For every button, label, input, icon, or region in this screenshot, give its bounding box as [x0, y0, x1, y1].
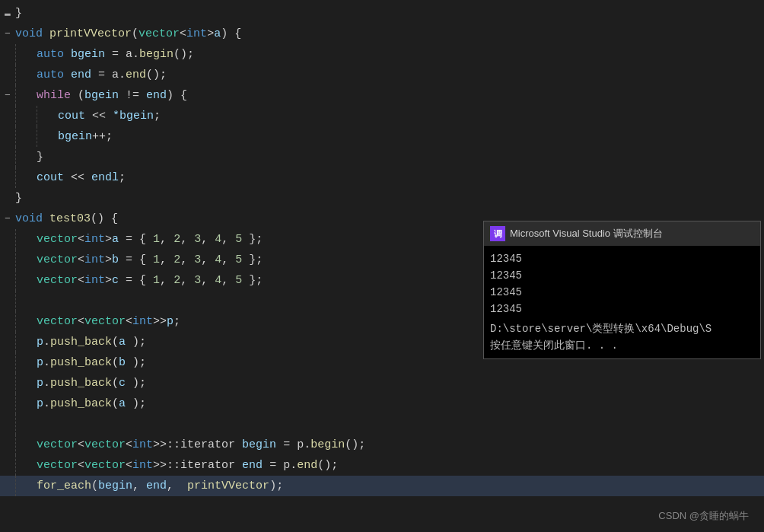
indent-guides [15, 455, 37, 476]
code-text: p.push_back(a ); [37, 393, 146, 414]
indent-guides [15, 85, 37, 106]
code-text: p.push_back(b ); [37, 352, 146, 373]
indent-guides [15, 311, 37, 332]
code-line: vector<vector<int>>::iterator begin = p.… [0, 435, 764, 455]
code-text: bgein++; [58, 126, 113, 147]
indent-guide [15, 126, 37, 147]
indent-guide [15, 332, 37, 352]
fold-gutter: − [0, 209, 15, 230]
indent-guide [15, 476, 37, 496]
code-text: void test03() { [15, 209, 118, 229]
output-line-2: 12345 [490, 267, 754, 284]
indent-guide [15, 270, 37, 291]
code-line: ▬} [0, 3, 764, 24]
fold-gutter: ▬ [0, 3, 15, 24]
indent-guide [15, 85, 37, 106]
code-line: −void printVVector(vector<int>a) { [0, 24, 764, 44]
output-line-3: 12345 [490, 284, 754, 301]
code-line: bgein++; [0, 126, 764, 147]
indent-guide [15, 291, 37, 311]
indent-guides [15, 332, 37, 352]
code-text: vector<int>b = { 1, 2, 3, 4, 5 }; [37, 250, 263, 270]
indent-guides [15, 229, 37, 250]
indent-guide [15, 65, 37, 85]
code-text: vector<int>a = { 1, 2, 3, 4, 5 }; [37, 229, 263, 250]
code-text: vector<vector<int>>::iterator end = p.en… [37, 455, 338, 476]
console-title: Microsoft Visual Studio 调试控制台 [510, 227, 663, 241]
console-body: 12345 12345 12345 12345 D:\store\server\… [484, 246, 760, 358]
code-text: auto bgein = a.begin(); [37, 44, 194, 65]
code-line: } [0, 188, 764, 209]
indent-guide [15, 44, 37, 65]
code-line: vector<vector<int>>::iterator end = p.en… [0, 455, 764, 476]
code-text: } [37, 147, 43, 167]
indent-guide [15, 393, 37, 414]
console-path: D:\store\server\类型转换\x64\Debug\S [490, 320, 754, 337]
indent-guides [15, 65, 37, 85]
fold-gutter: − [0, 24, 15, 45]
indent-guides [15, 250, 37, 270]
indent-guide [15, 250, 37, 270]
code-text: cout << *bgein; [58, 106, 161, 126]
indent-guide [15, 352, 37, 373]
indent-guide [15, 167, 37, 188]
code-line [0, 414, 764, 435]
code-text: vector<vector<int>>::iterator begin = p.… [37, 435, 365, 455]
indent-guides [15, 270, 37, 291]
indent-guides [15, 373, 37, 393]
indent-guide [37, 106, 58, 126]
console-prompt: 按任意键关闭此窗口. . . [490, 337, 754, 354]
indent-guide [15, 311, 37, 332]
code-line: } [0, 147, 764, 167]
code-text: void printVVector(vector<int>a) { [15, 24, 241, 44]
code-line: cout << *bgein; [0, 106, 764, 126]
indent-guide [15, 455, 37, 476]
indent-guides [15, 291, 37, 311]
code-text: vector<int>c = { 1, 2, 3, 4, 5 }; [37, 270, 263, 291]
code-line: p.push_back(c ); [0, 373, 764, 393]
code-line: −while (bgein != end) { [0, 85, 764, 106]
indent-guides [15, 414, 37, 435]
indent-guide [15, 147, 37, 167]
console-app-icon: 调 [490, 226, 505, 241]
indent-guide [15, 229, 37, 250]
code-line: for_each(begin, end, printVVector); [0, 476, 764, 496]
indent-guide [15, 106, 37, 126]
indent-guides [15, 476, 37, 496]
output-line-4: 12345 [490, 301, 754, 317]
indent-guide [15, 414, 37, 435]
indent-guides [15, 126, 58, 147]
indent-guides [15, 44, 37, 65]
indent-guides [15, 106, 58, 126]
indent-guide [15, 373, 37, 393]
code-line: p.push_back(a ); [0, 393, 764, 414]
indent-guides [15, 147, 37, 167]
code-line: cout << endl; [0, 167, 764, 188]
code-text: auto end = a.end(); [37, 65, 167, 85]
code-text: } [15, 188, 22, 209]
code-text: for_each(begin, end, printVVector); [37, 476, 283, 496]
output-line-1: 12345 [490, 250, 754, 267]
indent-guide [37, 126, 58, 147]
code-line: auto end = a.end(); [0, 65, 764, 85]
console-popup: 调 Microsoft Visual Studio 调试控制台 12345 12… [483, 221, 761, 359]
indent-guides [15, 167, 37, 188]
code-text: } [15, 3, 22, 24]
watermark: CSDN @贪睡的蜗牛 [658, 509, 749, 523]
code-line: auto bgein = a.begin(); [0, 44, 764, 65]
indent-guides [15, 393, 37, 414]
indent-guide [15, 435, 37, 455]
code-text: cout << endl; [37, 167, 126, 188]
indent-guides [15, 352, 37, 373]
fold-gutter: − [0, 85, 15, 107]
code-text: p.push_back(c ); [37, 373, 146, 393]
code-text: vector<vector<int>>p; [37, 311, 180, 332]
code-text: while (bgein != end) { [37, 85, 187, 106]
indent-guides [15, 435, 37, 455]
code-text: p.push_back(a ); [37, 332, 146, 352]
console-titlebar: 调 Microsoft Visual Studio 调试控制台 [484, 221, 760, 246]
